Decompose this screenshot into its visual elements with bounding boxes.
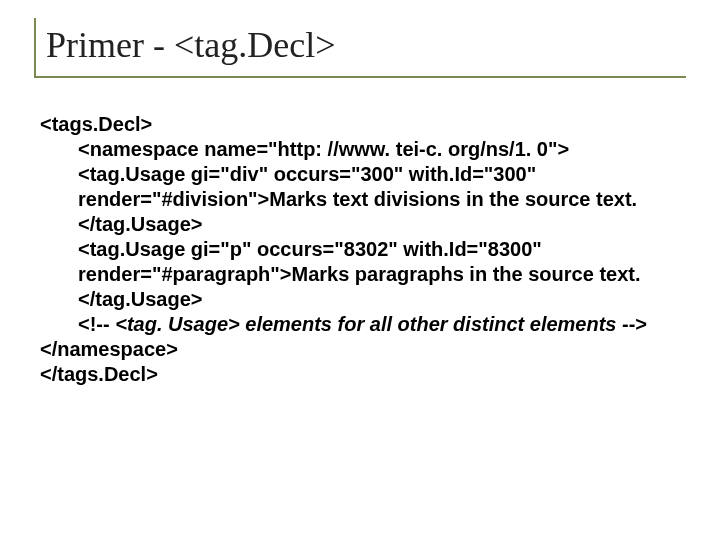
code-line: <namespace name="http: //www. tei-c. org… [40, 137, 686, 162]
code-line: </namespace> [40, 337, 686, 362]
page-title: Primer - <tag.Decl> [46, 26, 686, 66]
code-line: <tags.Decl> [40, 112, 686, 137]
slide: Primer - <tag.Decl> <tags.Decl> <namespa… [0, 0, 720, 540]
comment-body: <tag. Usage> elements for all other dist… [115, 313, 622, 335]
comment-close: --> [622, 313, 647, 335]
code-block: <tags.Decl> <namespace name="http: //www… [34, 112, 686, 387]
title-container: Primer - <tag.Decl> [34, 18, 686, 78]
code-line: </tags.Decl> [40, 362, 686, 387]
code-line: <tag.Usage gi="p" occurs="8302" with.Id=… [40, 237, 686, 312]
code-line: <!-- <tag. Usage> elements for all other… [40, 312, 686, 337]
comment-open: <!-- [78, 313, 115, 335]
code-line: <tag.Usage gi="div" occurs="300" with.Id… [40, 162, 686, 237]
